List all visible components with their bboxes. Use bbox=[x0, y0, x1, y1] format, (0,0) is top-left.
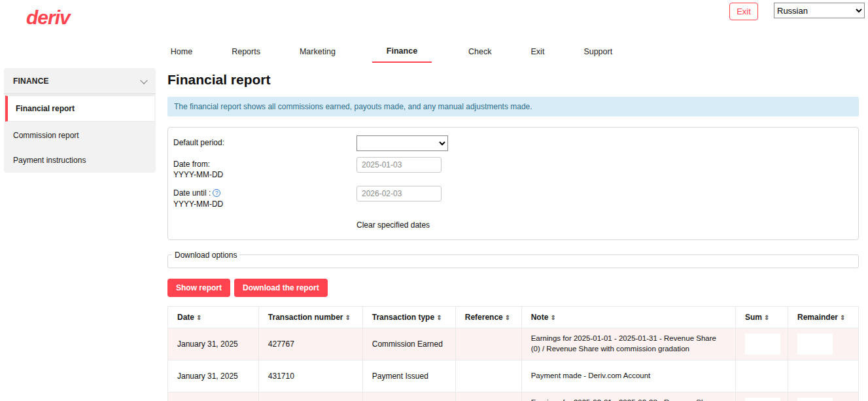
header-sum-label: Sum bbox=[745, 313, 762, 322]
header-number-label: Transaction number bbox=[268, 313, 343, 322]
redaction-block bbox=[745, 334, 780, 355]
cell-reference bbox=[455, 360, 521, 392]
cell-date: January 31, 2025 bbox=[168, 328, 259, 360]
nav-item-exit[interactable]: Exit bbox=[529, 43, 547, 63]
date-until-label-line: Date until : bbox=[173, 188, 356, 198]
cell-note: Earnings for 2025-02-01 - 2025-02-28 - R… bbox=[521, 392, 735, 401]
cell-reference bbox=[455, 328, 521, 360]
download-options-label: Download options bbox=[172, 251, 239, 260]
cell-sum bbox=[736, 392, 788, 401]
table-header-row: Date Transaction number Transaction type… bbox=[168, 306, 859, 328]
cell-remainder bbox=[788, 360, 858, 392]
redaction-block bbox=[797, 334, 833, 355]
table-row: January 31, 2025 427767 Commission Earne… bbox=[168, 328, 859, 360]
sort-icon bbox=[436, 314, 442, 321]
redaction-block bbox=[745, 398, 780, 401]
header-reference[interactable]: Reference bbox=[455, 306, 521, 328]
top-bar: deriv Exit Russian bbox=[0, 0, 868, 41]
sidebar-item-financial-report[interactable]: Financial report bbox=[5, 96, 154, 122]
header-note-label: Note bbox=[531, 313, 549, 322]
financial-report-table: Date Transaction number Transaction type… bbox=[167, 306, 859, 401]
sort-icon bbox=[345, 314, 351, 321]
date-until-label-text: Date until : bbox=[173, 188, 211, 198]
sort-icon bbox=[196, 314, 201, 321]
nav-item-finance[interactable]: Finance bbox=[372, 43, 432, 63]
deriv-logo: deriv bbox=[26, 7, 70, 29]
cell-remainder bbox=[788, 328, 858, 360]
cell-type: Payment Issued bbox=[362, 360, 455, 392]
nav-item-marketing[interactable]: Marketing bbox=[297, 43, 338, 63]
header-type-label: Transaction type bbox=[372, 313, 434, 322]
date-until-label: Date until : YYYY-MM-DD bbox=[173, 186, 356, 209]
info-icon[interactable] bbox=[213, 189, 220, 197]
sort-icon bbox=[764, 314, 769, 321]
sidebar-item-commission-report[interactable]: Commission report bbox=[4, 123, 156, 148]
date-until-input[interactable] bbox=[356, 186, 442, 201]
filter-box: Default period: Date from: YYYY-MM-DD Da… bbox=[167, 127, 859, 240]
date-until-format: YYYY-MM-DD bbox=[173, 199, 356, 209]
header-date-label: Date bbox=[177, 313, 194, 322]
redaction-block bbox=[745, 366, 780, 387]
cell-type: Commission Earned bbox=[362, 328, 455, 360]
date-from-label: Date from: YYYY-MM-DD bbox=[173, 157, 356, 180]
sort-icon bbox=[840, 314, 845, 321]
cell-number: 434281 bbox=[258, 392, 362, 401]
redaction-block bbox=[797, 366, 833, 387]
clear-dates-link[interactable]: Clear specified dates bbox=[356, 220, 430, 230]
nav-item-home[interactable]: Home bbox=[168, 43, 195, 63]
chevron-down-icon bbox=[140, 77, 147, 84]
header-transaction-type[interactable]: Transaction type bbox=[362, 306, 455, 328]
sort-icon bbox=[550, 314, 555, 321]
cell-sum bbox=[736, 360, 788, 392]
main-nav: Home Reports Marketing Finance Check Exi… bbox=[0, 41, 783, 63]
header-sum[interactable]: Sum bbox=[736, 306, 788, 328]
info-banner: The financial report shows all commissio… bbox=[167, 97, 859, 116]
table-body: January 31, 2025 427767 Commission Earne… bbox=[168, 328, 859, 401]
language-select[interactable]: Russian bbox=[774, 3, 865, 18]
cell-number: 431710 bbox=[258, 360, 362, 392]
cell-note: Payment made - Deriv.com Account bbox=[521, 360, 735, 392]
cell-number: 427767 bbox=[258, 328, 362, 360]
sidebar-header-finance[interactable]: FINANCE bbox=[4, 68, 156, 94]
redaction-block bbox=[797, 398, 833, 401]
header-remainder-label: Remainder bbox=[797, 313, 838, 322]
page-title: Financial report bbox=[167, 72, 859, 88]
cell-date: February 28, 2025 bbox=[168, 392, 259, 401]
table-row: January 31, 2025 431710 Payment Issued P… bbox=[168, 360, 859, 392]
header-remainder[interactable]: Remainder bbox=[788, 306, 858, 328]
header-date[interactable]: Date bbox=[168, 306, 259, 328]
header-transaction-number[interactable]: Transaction number bbox=[258, 306, 362, 328]
date-from-format: YYYY-MM-DD bbox=[173, 169, 356, 180]
default-period-label: Default period: bbox=[173, 135, 356, 148]
cell-note: Earnings for 2025-01-01 - 2025-01-31 - R… bbox=[521, 328, 735, 360]
header-note[interactable]: Note bbox=[521, 306, 735, 328]
cell-remainder bbox=[788, 392, 858, 401]
main-panel: Financial report The financial report sh… bbox=[167, 68, 859, 401]
action-buttons: Show report Download the report bbox=[167, 279, 859, 297]
cell-reference bbox=[455, 392, 521, 401]
cell-date: January 31, 2025 bbox=[168, 360, 259, 392]
download-report-button[interactable]: Download the report bbox=[234, 279, 328, 297]
cell-type: Commission Earned bbox=[362, 392, 455, 401]
nav-item-reports[interactable]: Reports bbox=[229, 43, 263, 63]
date-from-label-text: Date from: bbox=[173, 159, 356, 169]
nav-item-check[interactable]: Check bbox=[466, 43, 494, 63]
sidebar-title: FINANCE bbox=[13, 77, 49, 86]
exit-button[interactable]: Exit bbox=[729, 3, 758, 20]
cell-sum bbox=[736, 328, 788, 360]
header-reference-label: Reference bbox=[465, 313, 503, 322]
date-from-input[interactable] bbox=[356, 157, 442, 173]
sidebar-item-payment-instructions[interactable]: Payment instructions bbox=[4, 148, 156, 173]
finance-sidebar: FINANCE Financial report Commission repo… bbox=[4, 68, 156, 173]
show-report-button[interactable]: Show report bbox=[167, 279, 230, 297]
download-options-fieldset: Download options bbox=[167, 251, 859, 268]
default-period-select[interactable] bbox=[356, 135, 448, 151]
table-row: February 28, 2025 434281 Commission Earn… bbox=[168, 392, 859, 401]
nav-item-support[interactable]: Support bbox=[581, 43, 615, 63]
sort-icon bbox=[505, 314, 510, 321]
